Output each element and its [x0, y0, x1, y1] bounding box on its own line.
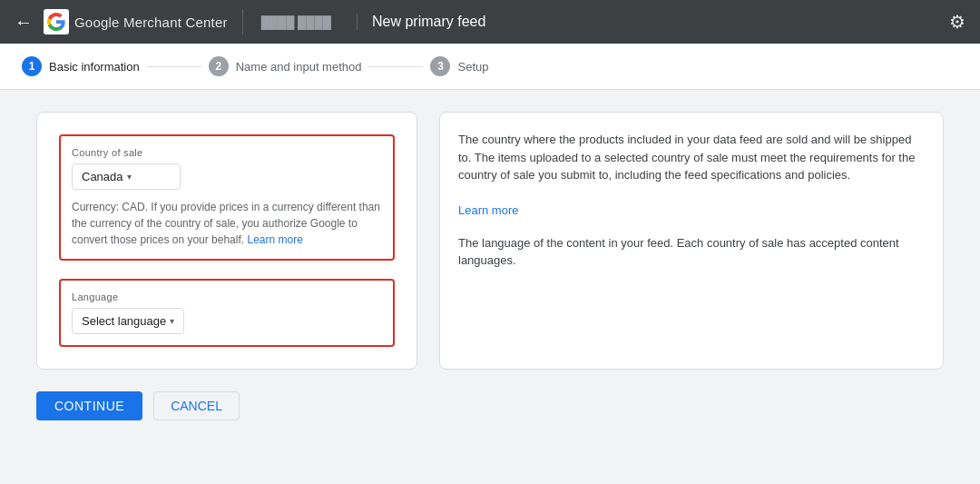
info-text-1: The country where the products included … — [458, 133, 915, 182]
info-text-2: The language of the content in your feed… — [458, 236, 899, 268]
language-chevron-icon: ▾ — [170, 316, 174, 326]
step-2-circle: 2 — [209, 56, 229, 76]
currency-learn-more-link[interactable]: Learn more — [247, 233, 302, 246]
step-1-circle: 1 — [22, 56, 42, 76]
language-placeholder: Select language — [82, 314, 166, 328]
form-card: Country of sale Canada ▾ Currency: CAD. … — [36, 112, 417, 370]
country-chevron-icon: ▾ — [127, 172, 132, 182]
step-1: 1 Basic information — [22, 56, 140, 76]
step-3: 3 Setup — [430, 56, 488, 76]
info-panel: The country where the products included … — [439, 112, 944, 370]
app-name: Google Merchant Center — [74, 15, 228, 30]
step-1-label: Basic information — [49, 60, 140, 74]
page-title: New primary feed — [357, 14, 485, 30]
cancel-button[interactable]: CANCEL — [153, 391, 240, 420]
language-select[interactable]: Select language ▾ — [72, 308, 184, 334]
language-section: Language Select language ▾ — [59, 279, 395, 347]
step-2: 2 Name and input method — [209, 56, 362, 76]
country-value: Canada — [82, 170, 123, 183]
step-2-label: Name and input method — [236, 60, 362, 74]
continue-button[interactable]: CONTINUE — [36, 391, 142, 420]
back-button[interactable]: ← — [15, 12, 33, 33]
app-header: ← Google Merchant Center ████ ████ New p… — [0, 0, 980, 44]
step-3-label: Setup — [457, 60, 488, 74]
info-learn-more-link-1[interactable]: Learn more — [458, 203, 518, 217]
settings-icon[interactable]: ⚙ — [949, 11, 965, 33]
content-row: Country of sale Canada ▾ Currency: CAD. … — [36, 112, 944, 370]
currency-note: Currency: CAD. If you provide prices in … — [72, 199, 382, 248]
header-logo: Google Merchant Center — [44, 9, 243, 35]
stepper: 1 Basic information 2 Name and input met… — [0, 44, 980, 90]
language-label: Language — [72, 291, 382, 302]
country-of-sale-section: Country of sale Canada ▾ Currency: CAD. … — [59, 134, 395, 261]
country-label: Country of sale — [72, 147, 382, 158]
google-logo-icon — [44, 9, 69, 35]
step-connector-2 — [368, 66, 423, 67]
store-name: ████ ████ — [261, 15, 331, 29]
step-3-circle: 3 — [430, 56, 450, 76]
country-select[interactable]: Canada ▾ — [72, 163, 181, 190]
action-row: CONTINUE CANCEL — [36, 391, 944, 420]
main-content: Country of sale Canada ▾ Currency: CAD. … — [0, 90, 980, 484]
step-connector-1 — [147, 66, 201, 67]
